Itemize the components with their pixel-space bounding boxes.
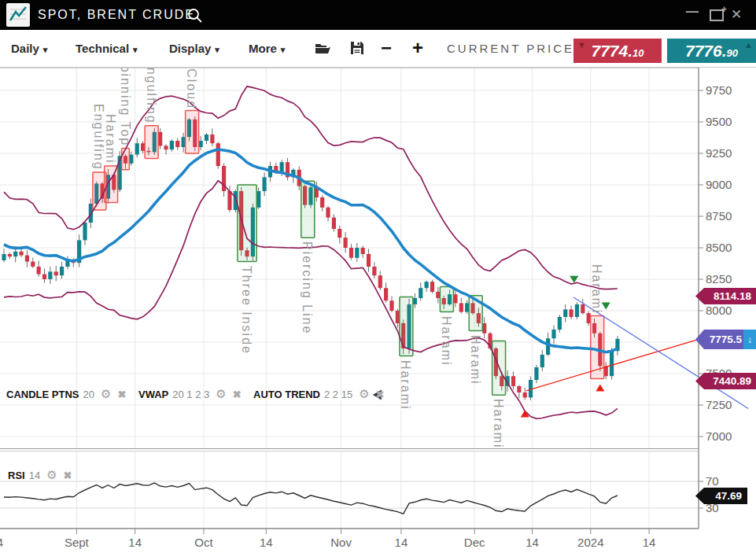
candle — [332, 218, 336, 229]
gear-icon[interactable]: ⚙ — [216, 387, 226, 401]
candle — [135, 143, 139, 154]
candle — [8, 254, 12, 256]
candle — [164, 146, 168, 149]
candles-layer — [2, 116, 619, 400]
candle — [60, 267, 64, 275]
open-folder-icon[interactable] — [314, 40, 331, 56]
candle — [569, 309, 573, 317]
candle — [419, 288, 422, 298]
chevron-down-icon: ▾ — [133, 45, 138, 54]
indicator-candle-patterns: CANDLE PTNS 20 ⚙ ✖ — [6, 388, 126, 400]
candle — [175, 141, 179, 147]
rsi-layer — [4, 483, 618, 514]
candle — [344, 238, 348, 248]
candle — [205, 134, 208, 141]
app-logo-icon — [6, 3, 30, 27]
zoom-in-icon[interactable]: + — [412, 30, 423, 67]
candle — [511, 376, 515, 386]
gear-icon[interactable]: ⚙ — [46, 468, 57, 482]
candle — [25, 256, 29, 262]
candle — [563, 309, 567, 317]
indicator-name: VWAP — [138, 389, 168, 400]
indicator-params: 14 — [29, 470, 40, 481]
candle — [280, 162, 284, 172]
candle — [326, 208, 330, 218]
candle — [610, 351, 614, 376]
save-icon[interactable] — [349, 40, 365, 56]
candle — [355, 248, 359, 258]
pattern-box — [238, 185, 256, 262]
vwap-bands-layer — [4, 87, 618, 419]
candle — [54, 271, 58, 275]
candle — [2, 254, 6, 260]
display-menu[interactable]: Display▾ — [169, 30, 219, 67]
window-title: SPOT, BRENT CRUDE — [38, 0, 195, 30]
chart-canvas[interactable] — [0, 0, 756, 560]
technical-menu[interactable]: Technical▾ — [76, 30, 138, 67]
candle — [42, 274, 46, 279]
arrow-down-icon: ↓ — [743, 330, 756, 349]
candle — [425, 282, 429, 288]
pattern-box — [301, 181, 315, 238]
search-icon[interactable] — [187, 8, 203, 24]
ask-price-badge: 7776.90 ▲ — [667, 39, 756, 63]
candle — [19, 252, 23, 256]
pattern-box — [400, 297, 413, 356]
indicator-params: 2 2 15 — [324, 389, 352, 400]
current-price-tag: 7775.5 ↓ — [695, 330, 756, 349]
close-icon[interactable]: ✕ — [731, 6, 742, 23]
candle — [523, 392, 527, 397]
chevron-down-icon: ▾ — [281, 45, 286, 54]
close-icon[interactable]: ✖ — [64, 470, 72, 481]
candle — [170, 141, 174, 149]
candle — [216, 143, 220, 166]
candle — [517, 386, 521, 392]
upper-band-price-tag: 8114.18 — [695, 288, 756, 304]
indicator-name: RSI — [8, 470, 25, 481]
pattern-box — [186, 111, 199, 153]
candle — [210, 134, 214, 143]
auto-trend-layer — [526, 297, 749, 408]
indicator-rsi: RSI 14 ⚙ ✖ — [8, 469, 72, 481]
candle — [263, 177, 267, 191]
indicator-name: CANDLE PTNS — [6, 389, 79, 400]
indicator-auto-trend: AUTO TREND 2 2 15 ⚙ ✖ — [253, 388, 385, 400]
candle — [558, 317, 562, 330]
candle — [83, 223, 87, 240]
candle — [349, 248, 353, 258]
bid-price-badge: ▼ 7774.10 — [573, 39, 662, 63]
up-triangle-marker — [596, 385, 604, 392]
candle — [337, 229, 341, 238]
axes — [0, 68, 703, 534]
gear-icon[interactable]: ⚙ — [101, 387, 111, 401]
zoom-out-icon[interactable]: − — [381, 30, 392, 67]
close-icon[interactable]: ✖ — [376, 389, 385, 400]
candle — [378, 275, 382, 288]
chevron-down-icon: ▾ — [215, 45, 219, 54]
candle — [540, 355, 544, 367]
candle — [551, 330, 555, 338]
arrow-up-icon: ▲ — [744, 40, 753, 50]
rsi-line — [4, 483, 618, 514]
chevron-down-icon: ▾ — [43, 45, 48, 54]
candle — [581, 304, 585, 313]
candle — [37, 267, 41, 274]
pattern-box — [440, 287, 453, 312]
minimize-icon[interactable]: — — [686, 5, 699, 24]
candle — [372, 267, 376, 275]
candle — [384, 288, 388, 300]
interval-menu[interactable]: Daily▾ — [11, 30, 47, 67]
candle — [361, 248, 365, 254]
close-icon[interactable]: ✖ — [117, 389, 126, 400]
candle — [430, 282, 434, 292]
more-menu[interactable]: More▾ — [249, 30, 285, 67]
popout-window-icon[interactable]: + — [710, 9, 724, 21]
down-triangle-marker — [602, 302, 610, 309]
close-icon[interactable]: ✖ — [233, 389, 242, 400]
indicator-name: AUTO TREND — [253, 389, 320, 400]
candle — [13, 252, 17, 256]
candle — [389, 300, 393, 311]
gear-icon[interactable]: ⚙ — [359, 387, 369, 401]
lower-band-price-tag: 7440.89 — [695, 373, 756, 389]
indicator-vwap: VWAP 20 1 2 3 ⚙ ✖ — [138, 388, 242, 400]
